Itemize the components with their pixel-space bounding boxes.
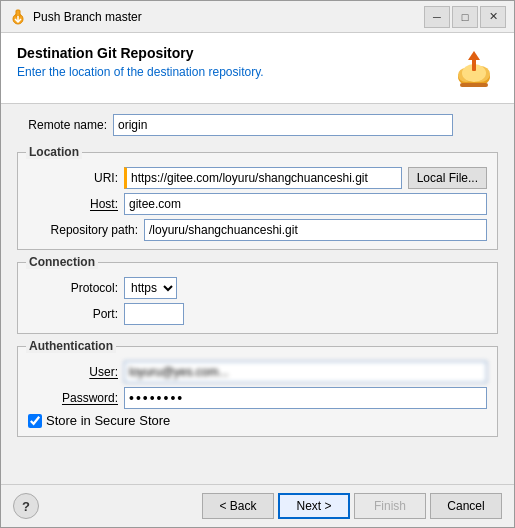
location-section-title: Location <box>26 145 82 159</box>
help-button[interactable]: ? <box>13 493 39 519</box>
host-input[interactable] <box>124 193 487 215</box>
local-file-button[interactable]: Local File... <box>408 167 487 189</box>
auth-section: Authentication User: Password: Store in … <box>17 346 498 437</box>
remote-name-label: Remote name: <box>17 118 107 132</box>
window-title: Push Branch master <box>33 10 424 24</box>
host-row: Host: <box>28 193 487 215</box>
close-button[interactable]: ✕ <box>480 6 506 28</box>
uri-label: URI: <box>28 171 118 185</box>
header-text: Destination Git Repository Enter the loc… <box>17 45 450 79</box>
host-label: Host: <box>28 197 118 211</box>
cancel-button[interactable]: Cancel <box>430 493 502 519</box>
store-secure-label[interactable]: Store in Secure Store <box>46 413 170 428</box>
connection-section: Connection Protocol: https http ssh git … <box>17 262 498 334</box>
header-subtitle: Enter the location of the destination re… <box>17 65 450 79</box>
remote-name-input[interactable] <box>113 114 453 136</box>
svg-rect-1 <box>16 10 20 17</box>
connection-section-title: Connection <box>26 255 98 269</box>
window-icon <box>9 8 27 26</box>
protocol-row: Protocol: https http ssh git <box>28 277 487 299</box>
cloud-upload-icon <box>450 45 498 93</box>
password-row: Password: <box>28 387 487 409</box>
form-area: Remote name: Location URI: Local File...… <box>1 104 514 484</box>
password-label: Password: <box>28 391 118 405</box>
button-bar: ? < Back Next > Finish Cancel <box>1 484 514 527</box>
store-secure-row: Store in Secure Store <box>28 413 487 428</box>
port-label: Port: <box>28 307 118 321</box>
port-input[interactable] <box>124 303 184 325</box>
user-input[interactable] <box>124 361 487 383</box>
title-bar: Push Branch master ─ □ ✕ <box>1 1 514 33</box>
dialog-header: Destination Git Repository Enter the loc… <box>1 33 514 104</box>
repo-path-row: Repository path: <box>28 219 487 241</box>
uri-input[interactable] <box>124 167 402 189</box>
svg-rect-9 <box>460 83 488 87</box>
window-controls: ─ □ ✕ <box>424 6 506 28</box>
protocol-select[interactable]: https http ssh git <box>124 277 177 299</box>
user-row: User: <box>28 361 487 383</box>
uri-row: URI: Local File... <box>28 167 487 189</box>
back-button[interactable]: < Back <box>202 493 274 519</box>
port-row: Port: <box>28 303 487 325</box>
password-input[interactable] <box>124 387 487 409</box>
next-button[interactable]: Next > <box>278 493 350 519</box>
finish-button[interactable]: Finish <box>354 493 426 519</box>
store-secure-checkbox[interactable] <box>28 414 42 428</box>
svg-marker-8 <box>468 51 480 60</box>
repo-path-label: Repository path: <box>28 223 138 237</box>
user-label: User: <box>28 365 118 379</box>
repo-path-input[interactable] <box>144 219 487 241</box>
header-title: Destination Git Repository <box>17 45 450 61</box>
location-section: Location URI: Local File... Host: Reposi… <box>17 152 498 250</box>
remote-name-row: Remote name: <box>17 114 498 136</box>
protocol-label: Protocol: <box>28 281 118 295</box>
auth-section-title: Authentication <box>26 339 116 353</box>
push-branch-window: Push Branch master ─ □ ✕ Destination Git… <box>0 0 515 528</box>
minimize-button[interactable]: ─ <box>424 6 450 28</box>
maximize-button[interactable]: □ <box>452 6 478 28</box>
